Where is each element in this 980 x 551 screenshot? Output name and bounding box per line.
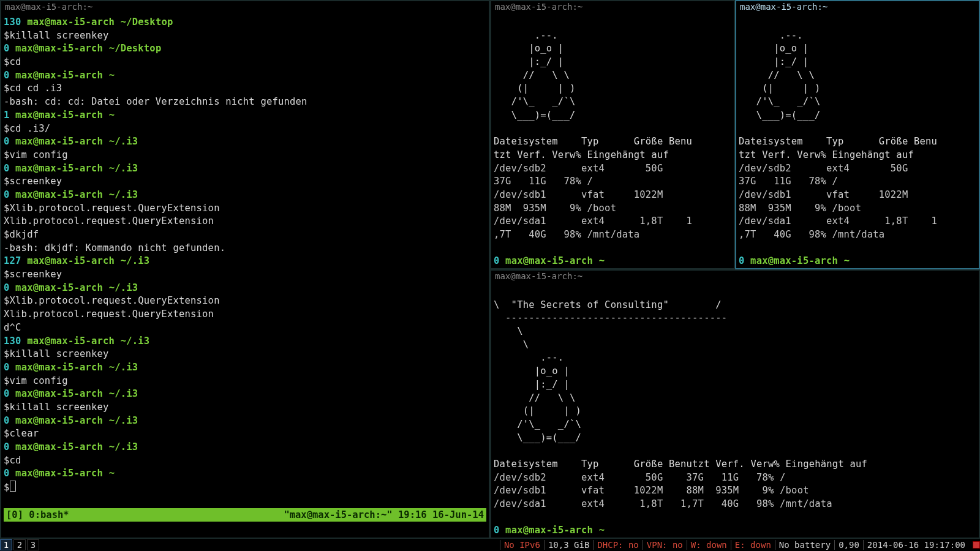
prompt-path: ~ [599,525,605,536]
pane-title: max@max-i5-arch:~ [491,271,979,284]
terminal-output[interactable]: .--. |o_o | |:_/ | // \ \ (| | ) /'\_ _/… [736,15,979,269]
ascii-art: .--. |o_o | |:_/ | // \ \ (| | ) /'\_ _/… [494,352,581,443]
ascii-art: .--. |o_o | |:_/ | // \ \ (| | ) /'\_ _/… [494,30,575,121]
terminal-output[interactable]: \ "The Secrets of Consulting" / --------… [491,284,979,539]
tmux-status-left: [0] 0:bash* [6,509,69,520]
pane-title: max@max-i5-arch:~ [491,1,734,15]
quote-rule: -------------------------------------- [494,312,733,323]
tray-icon[interactable] [973,541,980,549]
status-dhcp: DHCP: no [593,540,642,550]
df-rows: /dev/sdb2 ext4 50G 37G 11G 78% / /dev/sd… [739,163,937,240]
terminal-output[interactable]: 130 max@max-i5-arch ~/Desktop $killall s… [1,15,489,496]
i3-status-right: No IPv6 10,3 GiB DHCP: no VPN: no W: dow… [500,540,980,550]
tmux-status-right: "max@max-i5-arch:~" 19:16 16-Jun-14 [284,509,484,520]
prompt-user: max@max-i5-arch [505,525,593,536]
pane-title: max@max-i5-arch:~ [1,1,489,15]
ascii-art: .--. |o_o | |:_/ | // \ \ (| | ) /'\_ _/… [739,30,820,121]
status-load: 0,90 [834,540,863,550]
status-datetime: 2014-06-16 19:17:00 [863,540,969,550]
prompt-user: max@max-i5-arch [505,255,593,266]
prompt-code: 0 [494,525,500,536]
prompt-user: max@max-i5-arch [750,255,838,266]
df-header: Dateisystem Typ Größe Benu tzt Verf. Ver… [739,136,937,160]
prompt-code: 0 [739,255,745,266]
df-header: Dateisystem Typ Größe Benutzt Verf. Verw… [494,459,867,470]
terminal-pane-bottom-right[interactable]: max@max-i5-arch:~ \ "The Secrets of Cons… [490,269,980,539]
quote-tail: \ [494,339,529,350]
pane-title: max@max-i5-arch:~ [736,1,979,15]
df-header: Dateisystem Typ Größe Benu tzt Verf. Ver… [494,136,692,160]
status-wdown: W: down [687,540,731,550]
prompt-path: ~ [844,255,850,266]
i3-status-bar: 123 No IPv6 10,3 GiB DHCP: no VPN: no W:… [0,539,980,551]
workspace-button-3[interactable]: 3 [27,539,39,550]
status-mem: 10,3 GiB [544,540,593,550]
workspace-button-1[interactable]: 1 [0,539,12,550]
df-rows: /dev/sdb2 ext4 50G 37G 11G 78% / /dev/sd… [494,163,692,240]
status-battery: No battery [775,540,834,550]
tmux-status-bar: [0] 0:bash* "max@max-i5-arch:~" 19:16 16… [4,508,486,522]
terminal-pane-top-middle[interactable]: max@max-i5-arch:~ .--. |o_o | |:_/ | // … [490,0,735,269]
status-ipv6: No IPv6 [500,540,544,550]
terminal-output[interactable]: .--. |o_o | |:_/ | // \ \ (| | ) /'\_ _/… [491,15,734,269]
workspace-button-2[interactable]: 2 [13,539,26,550]
status-edown: E: down [731,540,775,550]
status-vpn: VPN: no [643,540,687,550]
prompt-code: 0 [494,255,500,266]
terminal-pane-left[interactable]: max@max-i5-arch:~ 130 max@max-i5-arch ~/… [0,0,490,539]
quote-line: \ "The Secrets of Consulting" / [494,299,722,310]
prompt-path: ~ [599,255,605,266]
workspace-list: 123 [0,539,40,550]
terminal-pane-top-right[interactable]: max@max-i5-arch:~ .--. |o_o | |:_/ | // … [735,0,980,269]
df-rows: /dev/sdb2 ext4 50G 37G 11G 78% / /dev/sd… [494,472,832,509]
quote-tail: \ [494,326,523,337]
